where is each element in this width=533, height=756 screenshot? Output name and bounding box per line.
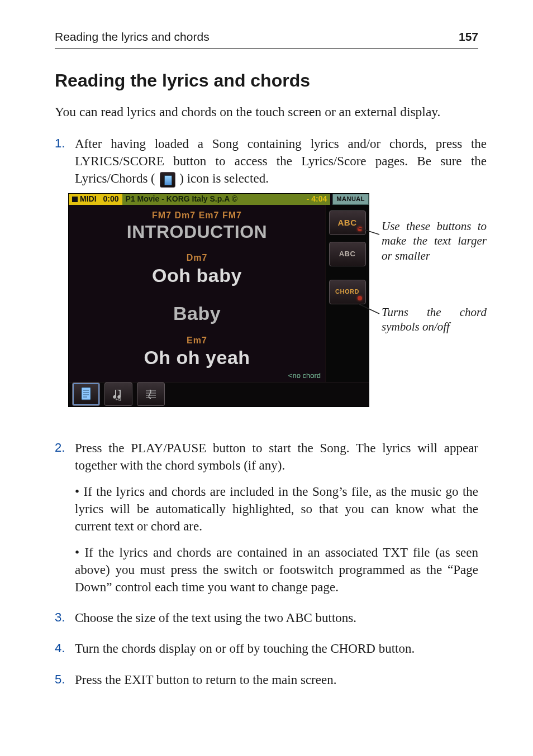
intro-paragraph: You can read lyrics and chords on the to… (55, 103, 478, 121)
svg-text:+G: +G (116, 397, 122, 402)
hdr-remaining: - 4:04 (303, 194, 331, 205)
hdr-track: P1 Movie - KORG Italy S.p.A © (122, 194, 303, 205)
device-figure: MIDI 0:00 P1 Movie - KORG Italy S.p.A © … (68, 193, 487, 407)
svg-rect-0 (82, 387, 91, 400)
lyric-line-3: Baby (173, 301, 221, 327)
step-5-text: Press the EXIT button to return to the m… (75, 671, 478, 688)
step-number: 3. (55, 609, 75, 626)
step-number: 4. (55, 640, 75, 657)
device-header: MIDI 0:00 P1 Movie - KORG Italy S.p.A © … (69, 194, 369, 205)
tab-score-icon[interactable] (137, 382, 165, 406)
step-3-text: Choose the size of the text using the tw… (75, 609, 478, 626)
chord-button[interactable]: CHORD (329, 280, 366, 304)
callout-abc: Use these buttons to make the text large… (382, 219, 487, 263)
device-screen: MIDI 0:00 P1 Movie - KORG Italy S.p.A © … (68, 193, 369, 407)
runhead-title: Reading the lyrics and chords (55, 29, 210, 45)
chord-4: Em7 (187, 334, 207, 347)
step-number: 2. (55, 439, 75, 596)
running-header: Reading the lyrics and chords 157 (55, 29, 478, 49)
page-number: 157 (459, 29, 478, 45)
step-number: 5. (55, 671, 75, 688)
step-2-bullet-2: • If the lyrics and chords are contained… (75, 544, 478, 596)
no-chord-label: <no chord (288, 371, 321, 381)
lyric-line-2: Ooh baby (152, 263, 242, 289)
section-heading: Reading the lyrics and chords (55, 69, 478, 93)
chords-row-1: FM7 Dm7 Em7 FM7 (152, 209, 242, 222)
svg-line-11 (358, 304, 379, 314)
lyrics-chords-icon (160, 172, 175, 188)
step-2-bullet-1: • If the lyrics and chords are included … (75, 483, 478, 535)
device-tab-bar: +G (69, 382, 369, 406)
lyric-pane[interactable]: FM7 Dm7 Em7 FM7 INTRODUCTION Dm7 Ooh bab… (69, 205, 325, 382)
svg-line-10 (358, 228, 379, 235)
hdr-midi: MIDI (69, 194, 100, 205)
hdr-manual[interactable]: MANUAL (332, 194, 369, 205)
callout-chord: Turns the chord symbols on/off (382, 305, 487, 334)
step-1-text-b: ) icon is selected. (179, 171, 269, 185)
step-2-text: Press the PLAY/PAUSE button to start the… (75, 439, 478, 474)
tab-lyrics-icon[interactable] (72, 382, 100, 406)
hdr-elapsed: 0:00 (100, 194, 122, 205)
lyric-line-1: INTRODUCTION (127, 220, 267, 244)
step-4-text: Turn the chords display on or off by tou… (75, 640, 478, 657)
tab-markers-icon[interactable]: +G (104, 382, 132, 406)
lyric-line-4: Oh oh yeah (144, 345, 250, 371)
abc-small-button[interactable]: ABC (329, 242, 366, 266)
chord-2: Dm7 (187, 252, 208, 264)
step-1-text-a: After having loaded a Song containing ly… (75, 137, 487, 185)
